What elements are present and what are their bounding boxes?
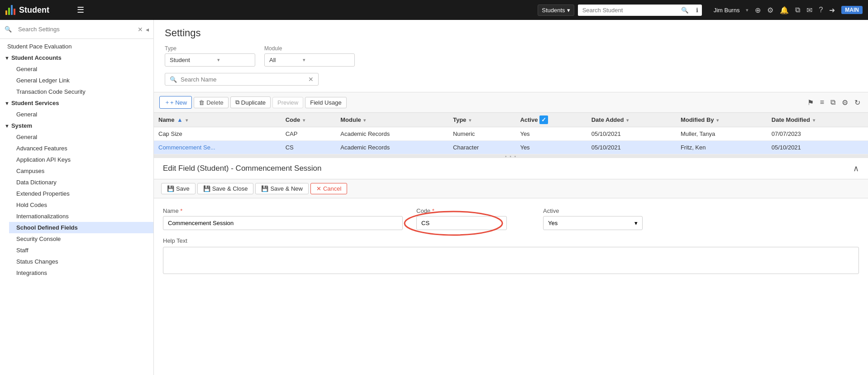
- export-icon-button[interactable]: ⧉: [828, 97, 838, 107]
- chevron-down-icon: ▼: [5, 55, 10, 61]
- save-close-button[interactable]: 💾 Save & Close: [197, 183, 254, 194]
- cell-module: Academic Records: [336, 127, 448, 141]
- columns-icon-button[interactable]: ≡: [818, 97, 826, 107]
- refresh-icon-button[interactable]: ↻: [852, 97, 863, 108]
- table-toolbar: ＋ + New 🗑 Delete ⧉ Duplicate Preview Fie…: [154, 92, 868, 113]
- collapse-panel-button[interactable]: ∧: [853, 163, 859, 173]
- cell-active: Yes: [515, 127, 587, 141]
- sidebar-section-student-accounts[interactable]: ▼ Student Accounts: [0, 52, 153, 63]
- col-header-modified-by[interactable]: Modified By ▾: [676, 113, 767, 127]
- field-usage-button[interactable]: Field Usage: [305, 97, 346, 108]
- sidebar-student-services-children: General: [0, 109, 153, 120]
- sidebar-item-school-defined-fields[interactable]: School Defined Fields: [9, 222, 153, 233]
- global-search-input[interactable]: [578, 5, 677, 16]
- sidebar-item-general-sa[interactable]: General: [9, 63, 153, 75]
- settings-icon-button[interactable]: ⚙: [839, 97, 850, 108]
- sidebar-section-student-services[interactable]: ▼ Student Services: [0, 97, 153, 109]
- question-icon[interactable]: ?: [819, 6, 823, 14]
- table-row[interactable]: Commencement Se... CS Academic Records C…: [154, 141, 868, 154]
- module-filter-dropdown[interactable]: All ▾: [264, 53, 355, 67]
- filter-icon-button[interactable]: ⚑: [805, 97, 816, 108]
- sidebar-search-bar: 🔍 ✕ ◂: [0, 20, 153, 39]
- sidebar-item-transaction-code-security[interactable]: Transaction Code Security: [9, 86, 153, 97]
- sidebar-item-general-ledger-link[interactable]: General Ledger Link: [9, 75, 153, 86]
- search-type-dropdown[interactable]: Students ▾: [538, 5, 574, 16]
- cell-date-modified: 05/10/2021: [767, 141, 868, 154]
- sidebar-item-integrations[interactable]: Integrations: [9, 267, 153, 279]
- type-filter-dropdown[interactable]: Student ▾: [165, 53, 255, 67]
- settings-area: Settings Type Student ▾ Module All ▾: [154, 20, 868, 92]
- mail-icon[interactable]: ✉: [806, 6, 812, 14]
- table-row[interactable]: Cap Size CAP Academic Records Numeric Ye…: [154, 127, 868, 141]
- global-search-bar: 🔍 ℹ: [578, 5, 702, 16]
- cancel-button[interactable]: ✕ Cancel: [310, 183, 347, 194]
- global-search-button[interactable]: 🔍: [677, 5, 692, 16]
- duplicate-button[interactable]: ⧉ Duplicate: [230, 96, 271, 108]
- sidebar-search-input[interactable]: [14, 24, 135, 35]
- sidebar-item-data-dictionary[interactable]: Data Dictionary: [9, 177, 153, 188]
- form-row-main: Name * Code *: [163, 207, 859, 230]
- bell-icon[interactable]: 🔔: [780, 6, 789, 14]
- cell-type: Character: [448, 141, 515, 154]
- sidebar-item-student-pace-eval[interactable]: Student Pace Evaluation: [0, 41, 153, 52]
- main-layout: 🔍 ✕ ◂ Student Pace Evaluation ▼ Student …: [0, 20, 868, 375]
- search-name-clear-button[interactable]: ✕: [308, 76, 314, 83]
- col-header-active[interactable]: Active ✓: [515, 113, 587, 127]
- drag-handle[interactable]: • • •: [154, 154, 868, 158]
- help-circle-icon[interactable]: ⊕: [755, 6, 761, 14]
- col-header-date-modified[interactable]: Date Modified ▾: [767, 113, 868, 127]
- sidebar-item-staff[interactable]: Staff: [9, 245, 153, 256]
- sidebar-item-extended-properties[interactable]: Extended Properties: [9, 188, 153, 199]
- sidebar-item-application-api-keys[interactable]: Application API Keys: [9, 154, 153, 165]
- sidebar-item-internationalizations[interactable]: Internationalizations: [9, 211, 153, 222]
- save-button[interactable]: 💾 Save: [161, 183, 196, 194]
- name-input[interactable]: [163, 216, 403, 230]
- sidebar-student-accounts-children: General General Ledger Link Transaction …: [0, 63, 153, 97]
- active-dropdown[interactable]: Yes ▾: [543, 216, 643, 230]
- cell-name[interactable]: Commencement Se...: [154, 141, 281, 154]
- delete-button[interactable]: 🗑 Delete: [194, 97, 229, 108]
- code-input-wrapper: [416, 216, 529, 230]
- settings-icon[interactable]: ⚙: [767, 6, 773, 14]
- chevron-down-icon: ▾: [716, 118, 719, 123]
- edit-toolbar: 💾 Save 💾 Save & Close 💾 Save & New ✕ Can…: [154, 179, 868, 198]
- content-area: Settings Type Student ▾ Module All ▾: [154, 20, 868, 375]
- chevron-down-icon: ▾: [363, 118, 366, 123]
- col-header-type[interactable]: Type ▾: [448, 113, 515, 127]
- col-header-module[interactable]: Module ▾: [336, 113, 448, 127]
- help-text-input[interactable]: [163, 247, 859, 274]
- save-new-icon: 💾: [261, 185, 268, 192]
- sidebar-item-advanced-features[interactable]: Advanced Features: [9, 143, 153, 154]
- logo-bar-4: [14, 9, 15, 15]
- sidebar-item-campuses[interactable]: Campuses: [9, 165, 153, 177]
- col-header-date-added[interactable]: Date Added ▾: [587, 113, 676, 127]
- sidebar-item-hold-codes[interactable]: Hold Codes: [9, 199, 153, 211]
- sidebar-search-clear-button[interactable]: ✕: [138, 26, 143, 33]
- preview-button[interactable]: Preview: [272, 97, 303, 108]
- cell-module: Academic Records: [336, 141, 448, 154]
- sidebar-section-system[interactable]: ▼ System: [0, 120, 153, 131]
- col-header-code[interactable]: Code ▾: [281, 113, 336, 127]
- code-input[interactable]: [416, 216, 507, 230]
- active-filter-checkbox[interactable]: ✓: [539, 115, 548, 124]
- user-name[interactable]: Jim Burns: [714, 7, 740, 14]
- search-name-input[interactable]: [181, 76, 305, 83]
- save-new-button[interactable]: 💾 Save & New: [255, 183, 309, 194]
- new-button[interactable]: ＋ + New: [159, 96, 192, 109]
- external-link-icon[interactable]: ⧉: [795, 6, 800, 14]
- sidebar-item-status-changes[interactable]: Status Changes: [9, 256, 153, 267]
- search-help-button[interactable]: ℹ: [692, 5, 702, 16]
- logout-icon[interactable]: ➜: [829, 6, 835, 14]
- sidebar-item-general-ss[interactable]: General: [9, 109, 153, 120]
- table-scroll-area: Name ▲ ▾ Code ▾ Module ▾: [154, 113, 868, 154]
- col-header-name[interactable]: Name ▲ ▾: [154, 113, 281, 127]
- record-link[interactable]: Commencement Se...: [158, 144, 215, 151]
- chevron-down-icon: ▾: [303, 118, 305, 123]
- sidebar-item-security-console[interactable]: Security Console: [9, 233, 153, 245]
- table-container: ＋ + New 🗑 Delete ⧉ Duplicate Preview Fie…: [154, 92, 868, 154]
- data-table: Name ▲ ▾ Code ▾ Module ▾: [154, 113, 868, 154]
- sidebar-item-general-sys[interactable]: General: [9, 131, 153, 143]
- logo-bar-2: [8, 8, 10, 15]
- hamburger-button[interactable]: ☰: [73, 3, 88, 17]
- sidebar-collapse-button[interactable]: ◂: [146, 26, 149, 33]
